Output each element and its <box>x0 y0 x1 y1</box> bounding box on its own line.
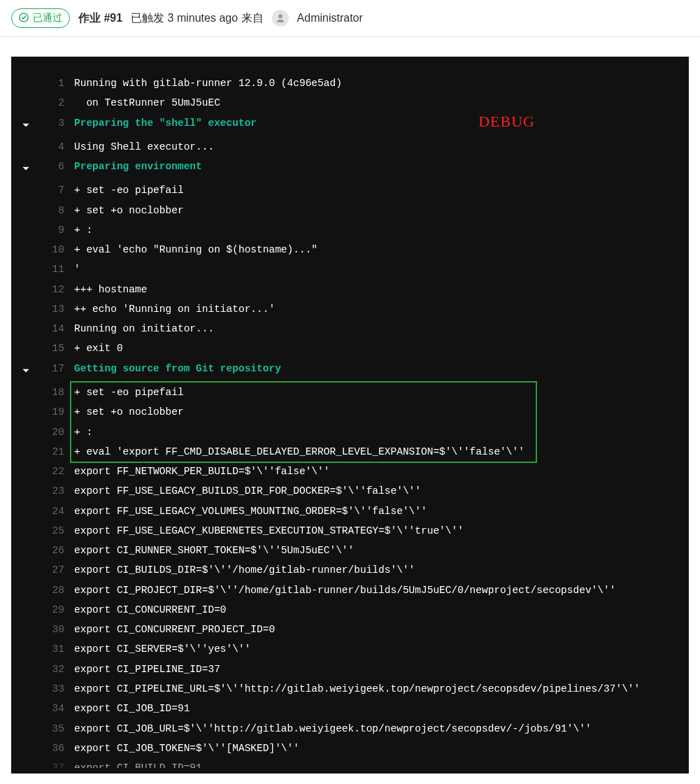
log-text: export CI_JOB_TOKEN=$'\''[MASKED]'\'' <box>74 739 689 758</box>
collapse-toggle[interactable] <box>21 117 31 137</box>
job-log: DEBUG 1Running with gitlab-runner 12.9.0… <box>11 57 689 774</box>
line-number: 17 <box>41 359 74 378</box>
author-link[interactable]: Administrator <box>297 12 363 24</box>
log-text: + eval 'export FF_CMD_DISABLE_DELAYED_ER… <box>74 442 689 462</box>
log-line: 19+ set +o noclobber <box>11 402 689 422</box>
log-text: ' <box>74 259 689 279</box>
line-number: 35 <box>41 719 74 739</box>
log-line: 1Running with gitlab-runner 12.9.0 (4c96… <box>11 73 689 93</box>
log-line: 27export CI_BUILDS_DIR=$'\''/home/gitlab… <box>11 560 689 580</box>
log-text: on TestRunner 5UmJ5uEC <box>74 93 689 113</box>
line-number: 6 <box>41 157 74 176</box>
line-number: 19 <box>41 402 74 422</box>
log-line: 22export FF_NETWORK_PER_BUILD=$'\''false… <box>11 462 689 481</box>
check-circle-icon <box>19 13 29 24</box>
log-line: 13++ echo 'Running on initiator...' <box>11 299 689 319</box>
line-number: 37 <box>41 758 74 768</box>
line-number: 9 <box>41 220 74 240</box>
log-line: 37export CI_BUILD_ID=91 <box>11 758 689 768</box>
log-line: 36export CI_JOB_TOKEN=$'\''[MASKED]'\'' <box>11 739 689 758</box>
log-text: + set -eo pipefail <box>74 180 689 200</box>
log-text: export FF_NETWORK_PER_BUILD=$'\''false'\… <box>74 462 689 481</box>
line-number: 2 <box>41 93 74 113</box>
log-line: 6Preparing environment <box>11 157 689 180</box>
log-text: + : <box>74 422 689 442</box>
log-text: export CI_PROJECT_DIR=$'\''/home/gitlab-… <box>74 580 689 600</box>
log-text: + set +o noclobber <box>74 402 689 422</box>
log-line: 25export FF_USE_LEGACY_KUBERNETES_EXECUT… <box>11 521 689 541</box>
log-line: 34export CI_JOB_ID=91 <box>11 699 689 718</box>
line-number: 18 <box>41 383 74 402</box>
line-number: 26 <box>41 541 74 560</box>
log-text: export CI_PIPELINE_URL=$'\''http://gitla… <box>74 679 689 699</box>
line-number: 1 <box>41 73 74 93</box>
section-header: Preparing the "shell" executor <box>74 113 689 133</box>
job-triggered-text: 已触发 3 minutes ago 来自 <box>131 11 263 26</box>
line-number: 24 <box>41 501 74 521</box>
log-text: export CI_RUNNER_SHORT_TOKEN=$'\''5UmJ5u… <box>74 541 689 560</box>
log-line: 15+ exit 0 <box>11 338 689 358</box>
log-text: Running with gitlab-runner 12.9.0 (4c96e… <box>74 73 689 93</box>
log-line: 29export CI_CONCURRENT_ID=0 <box>11 600 689 620</box>
log-line: 24export FF_USE_LEGACY_VOLUMES_MOUNTING_… <box>11 501 689 521</box>
log-line: 3Preparing the "shell" executor <box>11 113 689 137</box>
log-line: 11' <box>11 259 689 279</box>
log-text: + : <box>74 220 689 240</box>
log-line: 17Getting source from Git repository <box>11 359 689 383</box>
line-number: 29 <box>41 600 74 620</box>
log-text: export CI_BUILDS_DIR=$'\''/home/gitlab-r… <box>74 560 689 580</box>
log-text: export CI_CONCURRENT_ID=0 <box>74 600 689 620</box>
log-text: export CI_CONCURRENT_PROJECT_ID=0 <box>74 620 689 639</box>
log-text: + set +o noclobber <box>74 201 689 220</box>
status-label: 已通过 <box>33 12 62 24</box>
log-line: 32export CI_PIPELINE_ID=37 <box>11 660 689 679</box>
line-number: 20 <box>41 422 74 442</box>
log-line: 20+ : <box>11 422 689 442</box>
collapse-toggle[interactable] <box>21 363 31 383</box>
line-number: 27 <box>41 560 74 580</box>
line-number: 13 <box>41 299 74 319</box>
log-line: 12+++ hostname <box>11 280 689 299</box>
line-number: 10 <box>41 240 74 259</box>
line-number: 23 <box>41 481 74 501</box>
log-text: export CI_JOB_URL=$'\''http://gitlab.wei… <box>74 719 689 739</box>
job-title: 作业 #91 <box>78 11 122 26</box>
log-text: export CI_JOB_ID=91 <box>74 699 689 718</box>
log-text: export FF_USE_LEGACY_KUBERNETES_EXECUTIO… <box>74 521 689 541</box>
line-number: 32 <box>41 660 74 679</box>
user-icon <box>275 13 286 24</box>
line-number: 36 <box>41 739 74 758</box>
line-number: 12 <box>41 280 74 299</box>
line-number: 11 <box>41 259 74 279</box>
log-line: 35export CI_JOB_URL=$'\''http://gitlab.w… <box>11 719 689 739</box>
svg-point-1 <box>278 14 283 18</box>
log-line: 21+ eval 'export FF_CMD_DISABLE_DELAYED_… <box>11 442 689 462</box>
log-text: + exit 0 <box>74 338 689 358</box>
log-text: export FF_USE_LEGACY_VOLUMES_MOUNTING_OR… <box>74 501 689 521</box>
log-text: export CI_SERVER=$'\''yes'\'' <box>74 639 689 659</box>
log-line: 14Running on initiator... <box>11 319 689 338</box>
line-number: 8 <box>41 201 74 220</box>
collapse-toggle[interactable] <box>21 161 31 180</box>
log-line: 10+ eval 'echo "Running on $(hostname)..… <box>11 240 689 259</box>
log-line: 8+ set +o noclobber <box>11 201 689 220</box>
log-line: 7+ set -eo pipefail <box>11 180 689 200</box>
line-number: 34 <box>41 699 74 718</box>
log-line: 2 on TestRunner 5UmJ5uEC <box>11 93 689 113</box>
line-number: 15 <box>41 338 74 358</box>
avatar[interactable] <box>272 10 289 27</box>
line-number: 33 <box>41 679 74 699</box>
log-text: +++ hostname <box>74 280 689 299</box>
line-number: 30 <box>41 620 74 639</box>
line-number: 31 <box>41 639 74 659</box>
log-line: 18+ set -eo pipefail <box>11 383 689 402</box>
line-number: 3 <box>41 113 74 133</box>
log-line: 28export CI_PROJECT_DIR=$'\''/home/gitla… <box>11 580 689 600</box>
log-line: 33export CI_PIPELINE_URL=$'\''http://git… <box>11 679 689 699</box>
line-number: 28 <box>41 580 74 600</box>
log-line: 4Using Shell executor... <box>11 137 689 157</box>
line-number: 21 <box>41 442 74 462</box>
job-header: 已通过 作业 #91 已触发 3 minutes ago 来自 Administ… <box>0 0 700 37</box>
log-text: export CI_BUILD_ID=91 <box>74 758 689 768</box>
log-text: export FF_USE_LEGACY_BUILDS_DIR_FOR_DOCK… <box>74 481 689 501</box>
